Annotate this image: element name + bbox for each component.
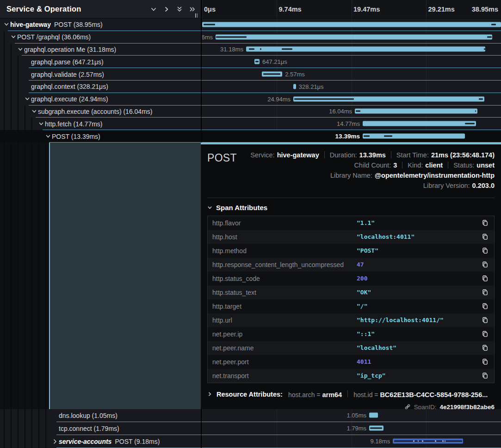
- tree-indent-guide: [18, 118, 19, 130]
- copy-icon[interactable]: [482, 261, 489, 268]
- copy-icon[interactable]: [482, 330, 489, 337]
- span-label: POST (13.39ms): [52, 133, 100, 140]
- copy-icon[interactable]: [482, 372, 489, 379]
- copy-icon[interactable]: [482, 289, 489, 296]
- column-resize-grip[interactable]: [195, 13, 198, 18]
- span-attributes-toggle[interactable]: Span Attributes: [207, 204, 495, 212]
- copy-icon[interactable]: [482, 219, 489, 226]
- tree-indent-guide: [4, 93, 5, 106]
- span-row[interactable]: POST /graphql (36.06ms)36.06ms: [0, 31, 501, 44]
- span-bar-cell[interactable]: 13.39ms: [201, 130, 501, 143]
- chevron-down-icon[interactable]: [147, 3, 160, 16]
- span-name-cell[interactable]: tcp.connect (1.79ms): [0, 422, 201, 435]
- span-duration-label: 1.05ms: [346, 412, 366, 419]
- resource-pair: host.id = BC62E13B-C4CC-5854-9788-256...: [353, 391, 488, 398]
- meta-label: Duration:: [330, 151, 357, 159]
- span-duration-bar[interactable]: [355, 109, 477, 114]
- span-name-cell[interactable]: graphql.operation Me (31.18ms): [0, 44, 201, 56]
- attribute-key: net.transport: [208, 372, 357, 380]
- span-bar-cell[interactable]: 1.05ms: [201, 409, 501, 422]
- span-name-cell[interactable]: graphql.parse (647.21μs): [0, 56, 201, 68]
- copy-icon[interactable]: [482, 358, 489, 365]
- chevron-right-icon[interactable]: [52, 439, 58, 444]
- tree-indent-guide: [45, 435, 46, 448]
- span-name-cell[interactable]: graphql.validate (2.57ms): [0, 68, 201, 81]
- chevron-down-icon[interactable]: [31, 109, 37, 114]
- span-row[interactable]: graphql.parse (647.21μs)647.21μs: [0, 56, 501, 68]
- copy-icon[interactable]: [482, 247, 489, 254]
- span-row[interactable]: http.fetch (14.77ms)14.77ms: [0, 118, 501, 130]
- chevron-down-icon[interactable]: [4, 22, 9, 27]
- span-name-cell[interactable]: dns.lookup (1.05ms): [0, 409, 201, 422]
- span-bar-cell[interactable]: 38.95ms: [201, 19, 501, 31]
- copy-icon[interactable]: [482, 275, 489, 282]
- span-row[interactable]: POST (13.39ms)13.39ms: [0, 130, 501, 143]
- span-row[interactable]: tcp.connect (1.79ms)1.79ms: [0, 422, 501, 435]
- copy-icon[interactable]: [482, 344, 489, 351]
- span-bar-cell[interactable]: 9.18ms: [201, 435, 501, 448]
- span-row[interactable]: dns.lookup (1.05ms)1.05ms: [0, 409, 501, 422]
- span-bar-cell[interactable]: 2.57ms: [201, 68, 501, 81]
- span-row[interactable]: hive-gatewayPOST (38.95ms)38.95ms: [0, 19, 501, 31]
- span-bar-cell[interactable]: 24.94ms: [201, 93, 501, 106]
- span-row[interactable]: graphql.context (328.21μs)328.21μs: [0, 81, 501, 93]
- operation-name: graphql.execute (24.94ms): [31, 95, 108, 103]
- attribute-row: net.peer.name"localhost": [208, 341, 494, 355]
- detail-meta-line: Service:hive-gatewayDuration:13.39msStar…: [250, 150, 495, 160]
- chevron-down-icon[interactable]: [38, 121, 44, 127]
- span-duration-bar[interactable]: [369, 413, 378, 418]
- meta-value: @opentelemetry/instrumentation-http: [375, 172, 495, 179]
- span-name-cell[interactable]: hive-gatewayPOST (38.95ms): [0, 19, 201, 31]
- span-bar-cell[interactable]: 36.06ms: [201, 31, 501, 44]
- meta-value: 0.203.0: [472, 182, 495, 189]
- chevron-down-icon[interactable]: [18, 47, 23, 52]
- span-bar-cell[interactable]: 328.21μs: [201, 81, 501, 93]
- copy-icon[interactable]: [482, 317, 489, 324]
- span-duration-bar[interactable]: [363, 134, 465, 139]
- detail-meta-line: Child Count:3Kind:clientStatus:unset: [250, 160, 495, 170]
- copy-icon[interactable]: [482, 303, 489, 310]
- span-label: graphql.execute (24.94ms): [31, 95, 108, 103]
- span-row[interactable]: graphql.validate (2.57ms)2.57ms: [0, 68, 501, 81]
- attribute-key: net.peer.port: [208, 358, 357, 366]
- span-name-cell[interactable]: POST /graphql (36.06ms): [0, 31, 201, 44]
- span-row[interactable]: service-accountsPOST (9.18ms)9.18ms: [0, 435, 501, 448]
- chevron-down-icon[interactable]: [45, 134, 51, 139]
- span-duration-bar[interactable]: [293, 84, 296, 89]
- span-duration-label: 328.21μs: [299, 83, 324, 90]
- span-row[interactable]: graphql.execute (24.94ms)24.94ms: [0, 93, 501, 106]
- span-name-cell[interactable]: http.fetch (14.77ms): [0, 118, 201, 130]
- tree-indent-guide: [11, 56, 12, 68]
- span-duration-bar[interactable]: [363, 121, 476, 126]
- span-row[interactable]: subgraph.execute (accounts) (16.04ms)16.…: [0, 106, 501, 118]
- resource-attributes-row[interactable]: Resource Attributes: host.arch = arm64ho…: [207, 390, 495, 398]
- span-name-cell[interactable]: graphql.execute (24.94ms): [0, 93, 201, 106]
- attribute-row: http.host"localhost:4011": [208, 230, 494, 244]
- copy-icon[interactable]: [482, 233, 489, 240]
- span-bar-cell[interactable]: 647.21μs: [201, 56, 501, 68]
- span-bar-cell[interactable]: 31.18ms: [201, 44, 501, 56]
- span-rows-top: hive-gatewayPOST (38.95ms)38.95msPOST /g…: [0, 19, 501, 143]
- tree-indent-guide: [25, 130, 25, 143]
- tree-indent-guide: [38, 409, 39, 422]
- span-bar-cell[interactable]: 16.04ms: [201, 106, 501, 118]
- tree-indent-guide: [18, 106, 19, 118]
- chevron-down-icon[interactable]: [11, 34, 16, 40]
- span-name-cell[interactable]: service-accountsPOST (9.18ms): [0, 435, 201, 448]
- span-bar-cell[interactable]: 1.79ms: [201, 422, 501, 435]
- attribute-value: "localhost:4011": [357, 233, 476, 240]
- span-bar-cell[interactable]: 14.77ms: [201, 118, 501, 130]
- double-chevron-down-icon[interactable]: [173, 3, 186, 16]
- span-name-cell[interactable]: graphql.context (328.21μs): [0, 81, 201, 93]
- span-duration-bar[interactable]: [216, 34, 492, 39]
- meta-value: hive-gateway: [277, 151, 319, 159]
- chevron-down-icon[interactable]: [25, 96, 30, 102]
- span-duration-bar[interactable]: [202, 22, 501, 27]
- span-duration-label: 13.39ms: [335, 133, 360, 140]
- span-row[interactable]: graphql.operation Me (31.18ms)31.18ms: [0, 44, 501, 56]
- tree-indent-guide: [25, 118, 25, 130]
- span-name-cell[interactable]: subgraph.execute (accounts) (16.04ms): [0, 106, 201, 118]
- chevron-right-icon[interactable]: [160, 3, 173, 16]
- span-name-cell[interactable]: POST (13.39ms): [0, 130, 201, 143]
- child-span-tick: [445, 441, 445, 442]
